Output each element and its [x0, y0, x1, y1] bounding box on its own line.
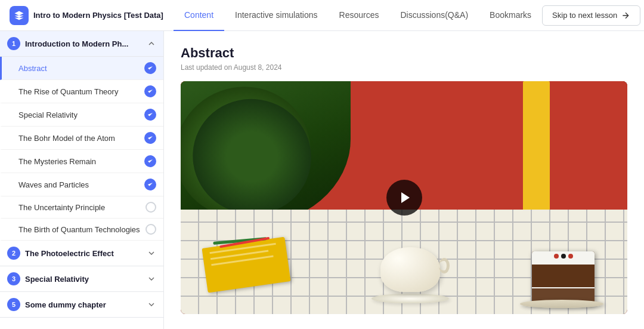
chapter-3-title: Special Relativity — [25, 275, 147, 284]
scene-cake — [532, 251, 595, 305]
lesson-mysteries-title: The Mysteries Remain — [18, 157, 144, 166]
chapter-2-title: The Photoelectric Effect — [25, 249, 147, 258]
chapter-3-chevron-icon — [147, 274, 156, 284]
chapter-1-chevron-icon — [147, 39, 156, 48]
nav-tabs: Content Interactive simulations Resource… — [174, 0, 542, 31]
sidebar: 1 Introduction to Modern Ph... Abstract … — [0, 31, 164, 329]
lesson-bohr-model-title: The Bohr Model of the Atom — [18, 134, 144, 143]
chapter-2-chevron-icon — [147, 248, 156, 258]
skip-next-button[interactable]: Skip to next lesson — [542, 5, 640, 26]
content-date: Last updated on August 8, 2024 — [181, 63, 627, 72]
content-title: Abstract — [181, 45, 627, 61]
chapter-2-header[interactable]: 2 The Photoelectric Effect — [0, 241, 163, 266]
lesson-waves-particles[interactable]: Waves and Particles — [0, 173, 163, 196]
logo-icon — [10, 6, 29, 25]
lesson-waves-particles-title: Waves and Particles — [18, 180, 144, 189]
lesson-uncertainty[interactable]: The Uncertainty Principle — [0, 196, 163, 219]
lesson-mysteries[interactable]: The Mysteries Remain — [0, 150, 163, 173]
lesson-uncertainty-circle-icon — [145, 202, 156, 213]
chapter-1-num: 1 — [7, 37, 20, 50]
lesson-special-rel-check-icon — [144, 109, 156, 121]
lesson-bohr-model-check-icon — [144, 132, 156, 144]
main-layout: 1 Introduction to Modern Ph... Abstract … — [0, 31, 644, 329]
chapter-1-header[interactable]: 1 Introduction to Modern Ph... — [0, 31, 163, 57]
scene-cup-saucer — [351, 247, 470, 303]
lesson-special-rel-title: Special Relativity — [18, 110, 144, 119]
lesson-rise-quantum-check-icon — [144, 85, 156, 97]
lesson-rise-quantum-title: The Rise of Quantum Theory — [18, 87, 144, 96]
chapter-5-title: Some dummy chapter — [25, 300, 147, 309]
svg-marker-0 — [401, 192, 410, 203]
chapter-1-title: Introduction to Modern Ph... — [25, 39, 147, 48]
chapter-3-num: 3 — [7, 272, 20, 285]
logo-area: Intro to Modern Physics [Test Data] — [10, 6, 174, 25]
tab-discussions[interactable]: Discussions(Q&A) — [389, 0, 479, 31]
lesson-abstract-check-icon — [144, 62, 156, 74]
chapter-5-header[interactable]: 5 Some dummy chapter — [0, 292, 163, 318]
header: Intro to Modern Physics [Test Data] Cont… — [0, 0, 644, 31]
play-icon — [398, 190, 413, 205]
tab-content[interactable]: Content — [174, 0, 224, 31]
lesson-rise-quantum[interactable]: The Rise of Quantum Theory — [0, 80, 163, 103]
video-player[interactable] — [181, 81, 627, 314]
scene-plate — [520, 300, 603, 308]
lesson-bohr-model[interactable]: The Bohr Model of the Atom — [0, 127, 163, 150]
chapter-3-header[interactable]: 3 Special Relativity — [0, 266, 163, 292]
logo-title: Intro to Modern Physics [Test Data] — [33, 11, 163, 20]
scene-yellow-object — [523, 81, 550, 226]
content-area: Abstract Last updated on August 8, 2024 — [164, 31, 644, 329]
tab-resources[interactable]: Resources — [329, 0, 390, 31]
lesson-birth-quantum-circle-icon — [145, 224, 156, 235]
tab-simulations[interactable]: Interactive simulations — [224, 0, 329, 31]
chapter-5-num: 5 — [7, 298, 20, 311]
lesson-mysteries-check-icon — [144, 155, 156, 167]
lesson-special-rel[interactable]: Special Relativity — [0, 103, 163, 127]
lesson-abstract-title: Abstract — [18, 64, 144, 73]
lesson-waves-particles-check-icon — [144, 179, 156, 190]
chapter-2-num: 2 — [7, 247, 20, 260]
lesson-birth-quantum-title: The Birth of Quantum Technologies — [18, 225, 145, 234]
lesson-uncertainty-title: The Uncertainty Principle — [18, 203, 145, 212]
tab-bookmarks[interactable]: Bookmarks — [479, 0, 542, 31]
chapter-5-chevron-icon — [147, 300, 156, 309]
play-button[interactable] — [386, 180, 422, 216]
lesson-abstract[interactable]: Abstract — [0, 57, 163, 80]
lesson-birth-quantum[interactable]: The Birth of Quantum Technologies — [0, 219, 163, 241]
